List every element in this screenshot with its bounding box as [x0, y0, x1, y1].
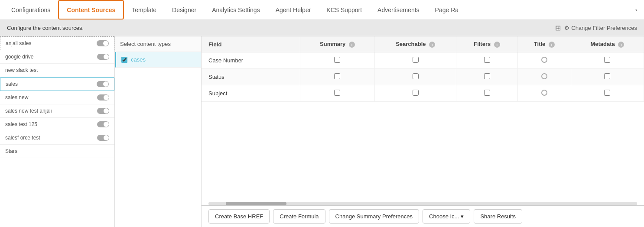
share-results-button[interactable]: Share Results [474, 209, 522, 224]
choose-icon-button[interactable]: Choose Ic... ▾ [423, 209, 470, 224]
body-area: anjali sales google drive new slack test… [0, 36, 644, 227]
sidebar-item-label: sales [6, 81, 18, 87]
sidebar-item-label: google drive [5, 54, 33, 60]
content-type-label-cases: cases [131, 56, 146, 63]
table-icon: ⊞ [555, 24, 561, 32]
sidebar-item-label: new slack test [5, 67, 38, 73]
change-filter-label: Change Filter Preferences [571, 25, 637, 31]
field-name-subject: Subject [202, 85, 300, 102]
sidebar-item-anjali-sales[interactable]: anjali sales [0, 36, 114, 50]
sidebar-item-salesforce-test[interactable]: salesf orce test [0, 131, 114, 145]
searchable-info-icon[interactable]: i [429, 42, 435, 48]
content-type-item-cases[interactable]: cases [115, 52, 201, 68]
table-row: Subject [202, 85, 644, 102]
searchable-cb-status[interactable] [375, 69, 456, 85]
nav-item-advertisements[interactable]: Advertisements [370, 0, 427, 19]
toggle-salesforce-test[interactable] [97, 135, 109, 141]
content-type-checkbox-cases[interactable] [121, 57, 127, 63]
sidebar-item-google-drive[interactable]: google drive [0, 50, 114, 64]
col-header-summary: Summary i [300, 36, 375, 52]
title-info-icon[interactable]: i [549, 42, 555, 48]
field-table: Field Summary i Searchable i Filters i [202, 36, 644, 102]
filters-cb-subject[interactable] [456, 85, 518, 102]
col-header-searchable: Searchable i [375, 36, 456, 52]
metadata-info-icon[interactable]: i [618, 42, 624, 48]
header-bar-title: Configure the content sources. [7, 25, 84, 31]
sidebar-item-label: Stars [5, 148, 17, 154]
col-header-title: Title i [517, 36, 571, 52]
searchable-cb-subject[interactable] [375, 85, 456, 102]
sidebar-item-label: salesf orce test [5, 135, 40, 141]
metadata-cb-case-number[interactable] [571, 52, 644, 69]
horizontal-scrollbar[interactable] [208, 202, 637, 205]
nav-item-agent-helper[interactable]: Agent Helper [268, 0, 319, 19]
nav-item-kcs-support[interactable]: KCS Support [319, 0, 370, 19]
summary-cb-case-number[interactable] [300, 52, 375, 69]
sidebar-item-label: sales new test anjali [5, 108, 52, 114]
col-header-field: Field [202, 36, 300, 52]
summary-cb-status[interactable] [300, 69, 375, 85]
filters-info-icon[interactable]: i [494, 42, 500, 48]
change-summary-preferences-button[interactable]: Change Summary Preferences [329, 209, 419, 224]
title-radio-status[interactable] [517, 69, 571, 85]
title-radio-case-number[interactable] [517, 52, 571, 69]
main-content: Configure the content sources. ⊞ ⚙ Chang… [0, 20, 644, 227]
summary-info-icon[interactable]: i [349, 42, 355, 48]
sidebar: anjali sales google drive new slack test… [0, 36, 115, 227]
title-radio-subject[interactable] [517, 85, 571, 102]
sidebar-item-sales-new-test-anjali[interactable]: sales new test anjali [0, 104, 114, 118]
nav-item-content-sources[interactable]: Content Sources [58, 0, 124, 19]
nav-overflow-chevron[interactable]: › [632, 6, 641, 13]
filters-cb-case-number[interactable] [456, 52, 518, 69]
choose-icon-label: Choose Ic... [429, 213, 459, 220]
sidebar-item-label: sales new [5, 94, 28, 101]
toggle-sales[interactable] [97, 81, 109, 87]
metadata-cb-subject[interactable] [571, 85, 644, 102]
sidebar-item-stars[interactable]: Stars [0, 145, 114, 158]
nav-item-template[interactable]: Template [124, 0, 164, 19]
toggle-google-drive[interactable] [97, 54, 109, 60]
change-filter-preferences-button[interactable]: ⚙ Change Filter Preferences [564, 25, 637, 31]
top-navigation: Configurations Content Sources Template … [0, 0, 644, 20]
chevron-down-icon: ▾ [461, 213, 464, 220]
nav-item-configurations[interactable]: Configurations [3, 0, 58, 19]
sidebar-item-sales-new[interactable]: sales new [0, 91, 114, 104]
filter-icon: ⚙ [564, 25, 569, 31]
field-name-case-number: Case Number [202, 52, 300, 69]
searchable-cb-case-number[interactable] [375, 52, 456, 69]
field-name-status: Status [202, 69, 300, 85]
table-area: Field Summary i Searchable i Filters i [202, 36, 644, 227]
nav-item-analytics-settings[interactable]: Analytics Settings [204, 0, 268, 19]
create-base-href-button[interactable]: Create Base HREF [208, 209, 270, 224]
toggle-sales-new-test-anjali[interactable] [97, 108, 109, 114]
header-bar: Configure the content sources. ⊞ ⚙ Chang… [0, 20, 644, 36]
table-row: Status [202, 69, 644, 85]
create-formula-button[interactable]: Create Formula [273, 209, 325, 224]
sidebar-item-label: anjali sales [6, 40, 31, 46]
header-bar-actions: ⊞ ⚙ Change Filter Preferences [555, 24, 637, 32]
content-type-panel: Select content types cases [115, 36, 202, 227]
summary-cb-subject[interactable] [300, 85, 375, 102]
toggle-anjali-sales[interactable] [97, 40, 109, 46]
sidebar-item-sales[interactable]: sales [0, 77, 114, 91]
table-row: Case Number [202, 52, 644, 69]
sidebar-item-new-slack-test[interactable]: new slack test [0, 64, 114, 77]
nav-item-designer[interactable]: Designer [164, 0, 204, 19]
filters-cb-status[interactable] [456, 69, 518, 85]
toggle-sales-test-125[interactable] [97, 121, 109, 127]
col-header-filters: Filters i [456, 36, 518, 52]
table-view-icon-button[interactable]: ⊞ [555, 24, 561, 32]
nav-item-page-ra[interactable]: Page Ra [427, 0, 466, 19]
toggle-sales-new[interactable] [97, 94, 109, 101]
content-type-header: Select content types [115, 36, 201, 52]
sidebar-item-label: sales test 125 [5, 121, 37, 127]
bottom-bar: Create Base HREF Create Formula Change S… [202, 205, 644, 227]
metadata-cb-status[interactable] [571, 69, 644, 85]
col-header-metadata: Metadata i [571, 36, 644, 52]
sidebar-item-sales-test-125[interactable]: sales test 125 [0, 118, 114, 131]
